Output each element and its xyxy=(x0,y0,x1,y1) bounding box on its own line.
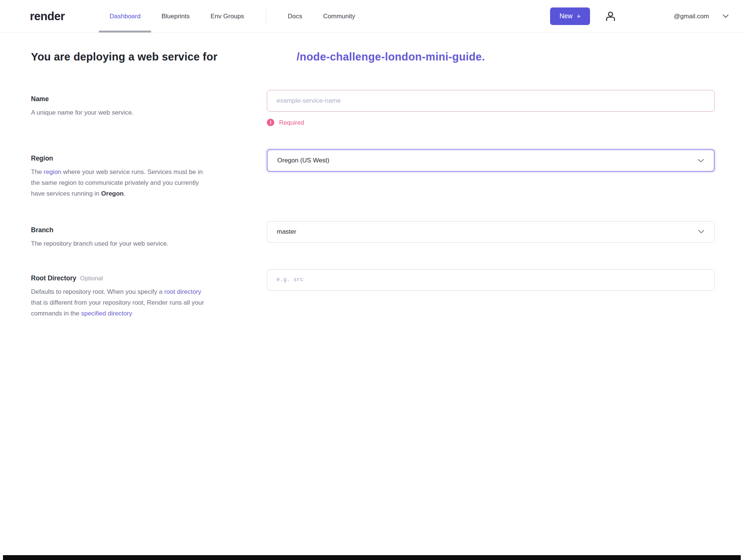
name-row: Name A unique name for your web service.… xyxy=(31,90,715,126)
branch-row: Branch The repository branch used for yo… xyxy=(31,221,715,249)
name-error-text: Required xyxy=(279,119,304,126)
specified-directory-doc-link[interactable]: specified directory xyxy=(81,310,132,317)
main-content: You are deploying a web service for /nod… xyxy=(0,51,746,319)
account-email[interactable]: @gmail.com xyxy=(674,13,709,20)
nav-item-blueprints[interactable]: Blueprints xyxy=(151,0,200,32)
region-doc-link[interactable]: region xyxy=(44,168,61,175)
plus-icon: + xyxy=(577,13,581,20)
nav-item-label: Community xyxy=(323,13,355,20)
region-desc-text: . xyxy=(124,190,126,197)
root-directory-label: Root DirectoryOptional xyxy=(31,269,246,282)
page-title-prefix: You are deploying a web service for xyxy=(31,51,218,63)
region-description: The region where your web service runs. … xyxy=(31,167,209,199)
chevron-down-icon[interactable] xyxy=(722,14,729,18)
chevron-down-icon xyxy=(697,159,704,163)
region-row: Region The region where your web service… xyxy=(31,149,715,199)
optional-tag: Optional xyxy=(80,275,103,281)
page-title: You are deploying a web service for /nod… xyxy=(31,51,715,63)
root-desc-text: Defaults to repository root. When you sp… xyxy=(31,288,164,295)
name-label: Name xyxy=(31,90,246,103)
region-label: Region xyxy=(31,149,246,162)
nav-divider xyxy=(266,9,266,24)
branch-select-value: master xyxy=(277,228,296,236)
branch-select[interactable]: master xyxy=(267,221,715,243)
repo-link[interactable]: /node-challenge-london-mini-guide. xyxy=(297,51,485,63)
region-field-block: Oregon (US West) xyxy=(267,149,715,172)
new-button[interactable]: New + xyxy=(550,7,590,25)
region-label-block: Region The region where your web service… xyxy=(31,149,246,199)
error-exclamation-icon xyxy=(267,119,274,126)
render-logo[interactable]: render xyxy=(30,10,65,23)
nav-item-label: Env Groups xyxy=(210,13,244,20)
user-account-icon[interactable] xyxy=(604,10,617,23)
branch-description: The repository branch used for your web … xyxy=(31,238,209,249)
region-desc-oregon: Oregon xyxy=(101,190,124,197)
name-label-block: Name A unique name for your web service. xyxy=(31,90,246,118)
top-nav: render Dashboard Blueprints Env Groups D… xyxy=(0,0,746,33)
name-error-row: Required xyxy=(267,119,715,126)
nav-item-docs[interactable]: Docs xyxy=(277,0,313,32)
root-directory-label-block: Root DirectoryOptional Defaults to repos… xyxy=(31,269,246,319)
name-description: A unique name for your web service. xyxy=(31,107,209,118)
nav-item-label: Docs xyxy=(288,13,302,20)
nav-right: New + @gmail.com xyxy=(550,0,729,32)
nav-links: Dashboard Blueprints Env Groups Docs Com… xyxy=(99,0,365,32)
chevron-down-icon xyxy=(698,230,705,234)
branch-field-block: master xyxy=(267,221,715,243)
nav-item-community[interactable]: Community xyxy=(313,0,366,32)
root-directory-doc-link[interactable]: root directory xyxy=(164,288,201,295)
region-select-value: Oregon (US West) xyxy=(277,157,330,164)
region-desc-text: The xyxy=(31,168,44,175)
nav-item-env-groups[interactable]: Env Groups xyxy=(200,0,255,32)
root-directory-description: Defaults to repository root. When you sp… xyxy=(31,286,209,319)
name-field-block: Required xyxy=(267,90,715,126)
bottom-taskbar-strip xyxy=(3,555,741,560)
root-directory-row: Root DirectoryOptional Defaults to repos… xyxy=(31,269,715,319)
branch-label-block: Branch The repository branch used for yo… xyxy=(31,221,246,249)
service-name-input[interactable] xyxy=(267,90,715,112)
root-directory-field-block xyxy=(267,269,715,291)
root-directory-input[interactable] xyxy=(267,269,715,291)
nav-item-dashboard[interactable]: Dashboard xyxy=(99,0,151,32)
nav-item-label: Dashboard xyxy=(109,13,140,20)
new-button-label: New xyxy=(559,12,572,20)
region-select[interactable]: Oregon (US West) xyxy=(267,149,715,172)
deploy-form: Name A unique name for your web service.… xyxy=(31,90,715,319)
nav-item-label: Blueprints xyxy=(162,13,190,20)
branch-label: Branch xyxy=(31,221,246,234)
root-directory-label-text: Root Directory xyxy=(31,274,77,282)
